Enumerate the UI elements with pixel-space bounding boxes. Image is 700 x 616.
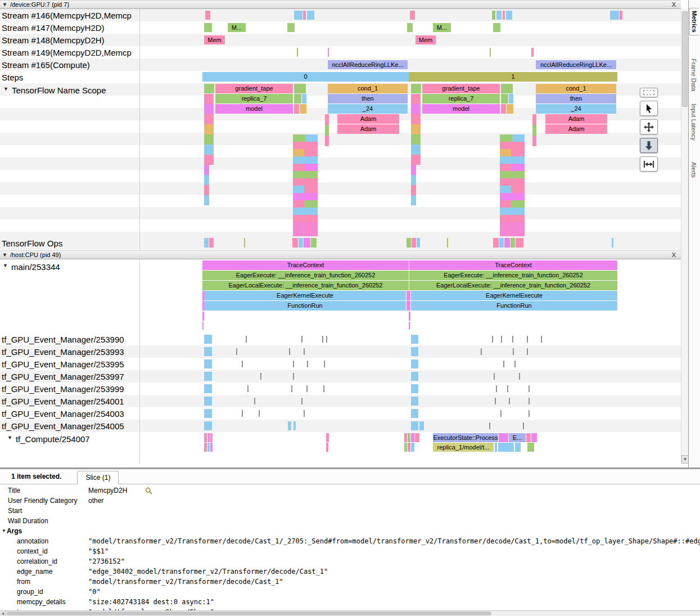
trace-slice[interactable]: [204, 145, 214, 155]
trace-slice[interactable]: [210, 433, 213, 442]
tab-slice[interactable]: Slice (1): [77, 471, 119, 484]
trace-slice[interactable]: [531, 48, 534, 57]
trace-slice[interactable]: [411, 145, 421, 155]
trace-slice[interactable]: [292, 238, 298, 248]
trace-slice[interactable]: [498, 443, 514, 452]
trace-slice[interactable]: [532, 125, 536, 136]
trace-slice[interactable]: [409, 312, 410, 321]
trace-slice[interactable]: EagerLocalExecute: __inference_train_fun…: [409, 281, 617, 290]
trace-slice[interactable]: [411, 443, 414, 452]
trace-slice[interactable]: [304, 348, 305, 355]
trace-slice[interactable]: then: [536, 94, 616, 104]
trace-slice[interactable]: [500, 156, 525, 164]
trace-slice[interactable]: [204, 195, 209, 205]
trace-slice[interactable]: model: [215, 104, 293, 114]
trace-slice[interactable]: [307, 11, 314, 20]
trace-slice[interactable]: [294, 94, 301, 104]
trace-slice[interactable]: [411, 84, 421, 93]
trace-slice[interactable]: [529, 410, 530, 417]
trace-slice[interactable]: [204, 94, 214, 104]
trace-slice[interactable]: [509, 398, 510, 404]
trace-slice[interactable]: [204, 134, 214, 145]
pan-tool-button[interactable]: [640, 119, 658, 134]
trace-slice[interactable]: [204, 372, 212, 381]
trace-slice[interactable]: [325, 114, 329, 125]
trace-slice[interactable]: [204, 335, 212, 344]
trace-slice[interactable]: EagerKernelExecute: [411, 291, 617, 300]
collapse-icon[interactable]: ▼: [2, 1, 7, 8]
trace-slice[interactable]: [516, 238, 523, 248]
trace-slice[interactable]: [411, 185, 416, 195]
trace-slice[interactable]: [501, 336, 502, 343]
trace-slice[interactable]: [288, 421, 291, 430]
trace-slice[interactable]: E...: [509, 433, 526, 442]
trace-slice[interactable]: [293, 142, 318, 149]
trace-slice[interactable]: [259, 410, 260, 417]
trace-slice[interactable]: [513, 348, 514, 355]
trace-slice[interactable]: [204, 397, 212, 406]
trace-slice[interactable]: [501, 84, 513, 93]
trace-slice[interactable]: [242, 361, 243, 367]
trace-slice[interactable]: [293, 156, 318, 164]
trace-slice[interactable]: Mem: [416, 35, 436, 44]
trace-slice[interactable]: model: [422, 104, 500, 114]
trace-slice[interactable]: [204, 114, 214, 124]
trace-slice[interactable]: EagerLocalExecute: __inference_train_fun…: [202, 281, 409, 290]
trace-slice[interactable]: [204, 359, 212, 368]
trace-slice[interactable]: [202, 312, 204, 321]
trace-slice[interactable]: [300, 104, 306, 114]
trace-slice[interactable]: [495, 443, 497, 452]
trace-slice[interactable]: [506, 11, 512, 20]
trace-slice[interactable]: [204, 84, 214, 93]
trace-slice[interactable]: [301, 398, 302, 404]
trace-slice[interactable]: [515, 443, 521, 452]
trace-slice[interactable]: [204, 384, 212, 393]
trace-slice[interactable]: [293, 222, 318, 230]
trace-slice[interactable]: [254, 398, 255, 404]
trace-slice[interactable]: [512, 134, 525, 142]
trace-slice[interactable]: [512, 336, 513, 343]
trace-slice[interactable]: [293, 134, 305, 142]
trace-slice[interactable]: [415, 433, 419, 442]
trace-slice[interactable]: [293, 230, 318, 236]
close-icon[interactable]: X: [669, 251, 679, 258]
trace-slice[interactable]: [500, 200, 511, 208]
trace-slice[interactable]: [303, 11, 306, 20]
trace-slice[interactable]: [294, 104, 299, 114]
trace-slice[interactable]: [620, 11, 622, 20]
trace-slice[interactable]: [294, 11, 302, 20]
trace-slice[interactable]: [204, 23, 212, 32]
trace-slice[interactable]: [326, 336, 327, 343]
trace-slice[interactable]: [242, 410, 243, 417]
trace-slice[interactable]: [293, 171, 318, 178]
trace-slice[interactable]: [411, 421, 418, 430]
trace-slice[interactable]: [411, 165, 416, 175]
trace-slice[interactable]: [511, 200, 525, 208]
trace-slice[interactable]: [411, 433, 414, 442]
trace-slice[interactable]: [289, 348, 290, 355]
search-icon[interactable]: [145, 487, 152, 494]
trace-slice[interactable]: [509, 94, 513, 104]
trace-slice[interactable]: [246, 336, 247, 343]
trace-slice[interactable]: [304, 149, 318, 156]
trace-slice[interactable]: [529, 398, 530, 404]
trace-slice[interactable]: [291, 385, 292, 392]
trace-slice[interactable]: replica_7: [422, 94, 500, 104]
trace-slice[interactable]: [293, 361, 294, 367]
trace-slice[interactable]: [481, 348, 482, 355]
trace-slice[interactable]: [500, 186, 511, 193]
trace-slice[interactable]: [500, 134, 512, 142]
trace-slice[interactable]: [311, 238, 317, 248]
trace-slice[interactable]: [299, 238, 303, 248]
scroll-left-icon[interactable]: ◄: [0, 611, 6, 616]
trace-slice[interactable]: [500, 178, 525, 186]
trace-slice[interactable]: [493, 23, 500, 32]
zoom-tool-button[interactable]: [640, 138, 658, 153]
trace-slice[interactable]: _24: [328, 104, 408, 114]
trace-slice[interactable]: [204, 104, 214, 114]
trace-slice[interactable]: [511, 164, 525, 171]
trace-slice[interactable]: [236, 348, 237, 355]
trace-slice[interactable]: ncclAllReduceRingLLKe...: [536, 60, 616, 69]
trace-slice[interactable]: [417, 238, 420, 248]
vertical-scrollbar[interactable]: ▼: [681, 9, 688, 464]
